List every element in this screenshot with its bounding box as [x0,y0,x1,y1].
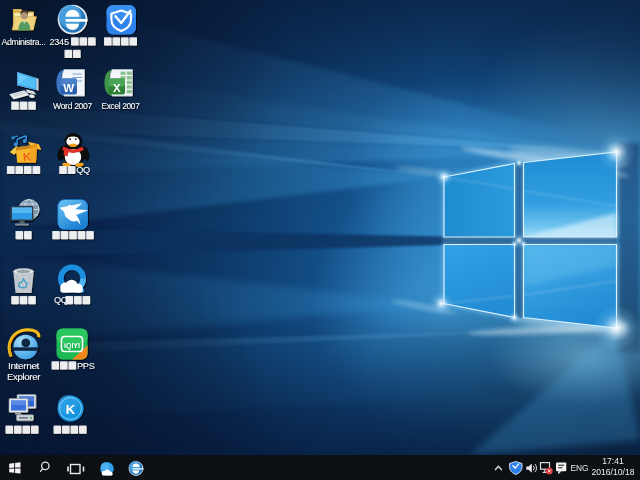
svg-text:17:41: 17:41 [602,456,624,466]
svg-text:2345: 2345 [50,37,69,47]
svg-text:PPS: PPS [77,361,95,371]
svg-text:K: K [66,402,76,417]
svg-text:iQIYI: iQIYI [64,342,80,350]
svg-text:2016/10/18: 2016/10/18 [591,467,634,477]
svg-text:ENG: ENG [571,463,589,473]
svg-text:Explorer: Explorer [7,372,40,382]
svg-text:QQ: QQ [76,165,90,175]
svg-text:W: W [63,82,74,94]
svg-text:Excel 2007: Excel 2007 [102,101,140,111]
svg-text:Administra...: Administra... [2,37,46,47]
svg-text:X: X [113,82,121,94]
svg-text:Internet: Internet [8,361,40,371]
svg-text:K: K [22,150,32,163]
svg-text:Word 2007: Word 2007 [53,101,92,111]
